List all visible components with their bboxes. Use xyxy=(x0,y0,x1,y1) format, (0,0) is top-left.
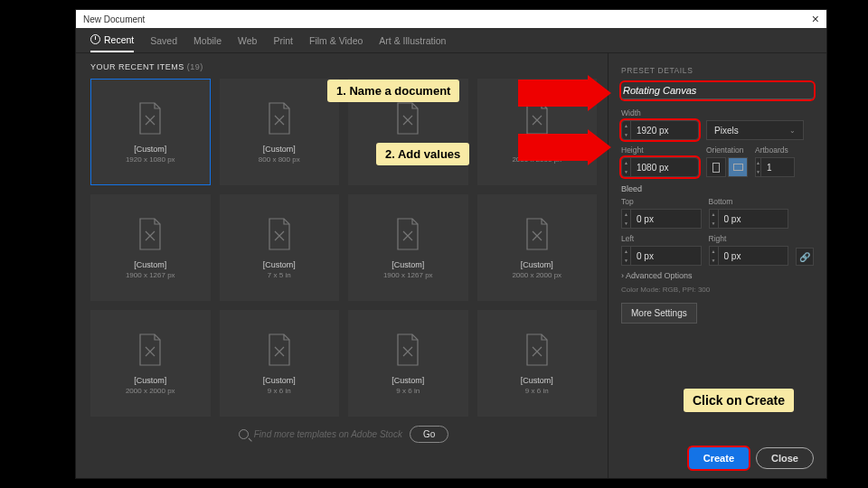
clock-icon xyxy=(90,34,100,44)
preset-dims: 2000 x 2000 px xyxy=(512,155,561,164)
preset-label: [Custom] xyxy=(521,145,553,154)
orientation-portrait[interactable] xyxy=(706,157,726,177)
units-select[interactable]: Pixels⌄ xyxy=(706,120,804,140)
preset-dims: 1900 x 1267 px xyxy=(383,271,433,279)
preset-label: [Custom] xyxy=(134,260,166,269)
preset-card[interactable]: [Custom]1920 x 1080 px xyxy=(90,79,211,185)
height-input[interactable]: ▲▼ xyxy=(621,157,699,177)
preset-card[interactable]: [Custom]9 x 6 in xyxy=(220,310,340,417)
stock-search[interactable]: Find more templates on Adobe Stock xyxy=(239,429,402,439)
tab-mobile[interactable]: Mobile xyxy=(193,28,222,52)
orientation-label: Orientation xyxy=(706,145,748,155)
preset-card[interactable]: [Custom]800 x 800 px xyxy=(220,79,340,185)
artboards-label: Artboards xyxy=(755,145,795,155)
titlebar: New Document × xyxy=(76,10,826,28)
new-document-dialog: New Document × Recent Saved Mobile Web P… xyxy=(75,9,827,479)
document-icon xyxy=(266,101,293,136)
preset-card[interactable]: [Custom]9 x 6 in xyxy=(348,310,468,417)
preset-dims: 9 x 6 in xyxy=(268,387,291,395)
close-window-icon[interactable]: × xyxy=(812,12,819,26)
tab-web[interactable]: Web xyxy=(238,28,257,52)
preset-card[interactable]: [Custom]1900 x 1267 px xyxy=(90,194,211,301)
close-button[interactable]: Close xyxy=(756,447,814,469)
document-icon xyxy=(266,333,293,367)
document-icon xyxy=(394,101,421,136)
preset-dims: 9 x 6 in xyxy=(525,387,549,395)
category-tabs: Recent Saved Mobile Web Print Film & Vid… xyxy=(76,28,826,53)
document-icon xyxy=(137,333,164,367)
document-icon xyxy=(524,101,551,136)
tab-film-video[interactable]: Film & Video xyxy=(309,28,363,52)
preset-dims: 7 x 5 in xyxy=(268,271,291,279)
preset-label: [Custom] xyxy=(392,376,424,385)
tab-art-illustration[interactable]: Art & Illustration xyxy=(379,28,446,52)
color-mode-text: Color Mode: RGB, PPI: 300 xyxy=(621,286,814,294)
preset-dims: 9 x 6 in xyxy=(396,387,420,395)
preset-label: [Custom] xyxy=(134,145,166,154)
preset-card[interactable]: [Custom]2000 x 2000 px xyxy=(90,310,211,417)
bleed-bottom-input[interactable]: ▲▼ xyxy=(709,209,789,229)
preset-card[interactable]: [Custom]2000 x 2000 px xyxy=(477,79,598,185)
height-label: Height xyxy=(621,145,699,155)
chevron-down-icon: ⌄ xyxy=(789,127,796,135)
more-settings-button[interactable]: More Settings xyxy=(621,303,697,324)
recent-items-header: YOUR RECENT ITEMS (19) xyxy=(90,62,597,71)
preset-details-panel: PRESET DETAILS Width ▲▼ Pixels⌄ Height ▲… xyxy=(608,53,826,478)
search-icon xyxy=(239,429,249,439)
preset-label: [Custom] xyxy=(521,376,553,385)
create-button[interactable]: Create xyxy=(689,447,749,469)
preset-grid: [Custom]1920 x 1080 px[Custom]800 x 800 … xyxy=(90,79,597,417)
preset-dims: 1900 x 1267 px xyxy=(126,271,175,279)
preset-dims: 1920 x 1080 px xyxy=(126,155,175,164)
preset-label: [Custom] xyxy=(392,260,424,269)
bleed-top-input[interactable]: ▲▼ xyxy=(621,209,702,229)
preset-grid-panel: YOUR RECENT ITEMS (19) [Custom]1920 x 10… xyxy=(76,53,608,478)
preset-dims: 800 x 800 px xyxy=(259,155,300,164)
go-button[interactable]: Go xyxy=(410,426,448,443)
document-icon xyxy=(266,217,293,251)
bleed-left-input[interactable]: ▲▼ xyxy=(621,246,702,266)
link-icon: 🔗 xyxy=(799,252,810,262)
dialog-title: New Document xyxy=(83,14,145,24)
preset-dims: 2000 x 2000 px xyxy=(512,271,561,279)
preset-label: [Custom] xyxy=(392,145,424,154)
tab-saved[interactable]: Saved xyxy=(150,28,177,52)
advanced-options-toggle[interactable]: › Advanced Options xyxy=(621,271,814,280)
orientation-landscape[interactable] xyxy=(728,157,748,177)
document-icon xyxy=(524,217,551,251)
bleed-label: Bleed xyxy=(621,184,814,193)
document-icon xyxy=(137,101,164,136)
preset-card[interactable]: [Custom]1900 x 1267 px xyxy=(348,194,468,301)
preset-card[interactable]: [Custom]7 x 5 in xyxy=(220,194,340,301)
document-icon xyxy=(394,333,421,367)
bleed-link-button[interactable]: 🔗 xyxy=(796,248,814,266)
tab-recent[interactable]: Recent xyxy=(90,28,134,52)
document-name-input[interactable] xyxy=(621,82,814,99)
main-area: YOUR RECENT ITEMS (19) [Custom]1920 x 10… xyxy=(76,53,826,478)
preset-dims: 2000 x 2000 px xyxy=(126,387,175,395)
preset-details-header: PRESET DETAILS xyxy=(621,66,814,75)
stock-search-placeholder: Find more templates on Adobe Stock xyxy=(254,429,402,439)
bleed-right-input[interactable]: ▲▼ xyxy=(709,246,789,266)
preset-card[interactable]: [Custom]9 x 6 in xyxy=(477,310,598,417)
artboards-input[interactable]: ▲▼ xyxy=(755,157,795,177)
width-label: Width xyxy=(621,108,814,117)
preset-card[interactable]: [Custom]2000 x 2000 px xyxy=(348,79,468,185)
tab-print[interactable]: Print xyxy=(273,28,293,52)
preset-label: [Custom] xyxy=(263,145,296,154)
preset-label: [Custom] xyxy=(263,260,296,269)
document-icon xyxy=(137,217,164,251)
preset-label: [Custom] xyxy=(521,260,553,269)
preset-label: [Custom] xyxy=(134,376,166,385)
document-icon xyxy=(394,217,421,251)
stock-search-row: Find more templates on Adobe Stock Go xyxy=(90,426,597,443)
preset-dims: 2000 x 2000 px xyxy=(383,155,433,164)
width-input[interactable]: ▲▼ xyxy=(621,120,699,140)
document-icon xyxy=(524,333,551,367)
preset-label: [Custom] xyxy=(263,376,296,385)
preset-card[interactable]: [Custom]2000 x 2000 px xyxy=(477,194,598,301)
